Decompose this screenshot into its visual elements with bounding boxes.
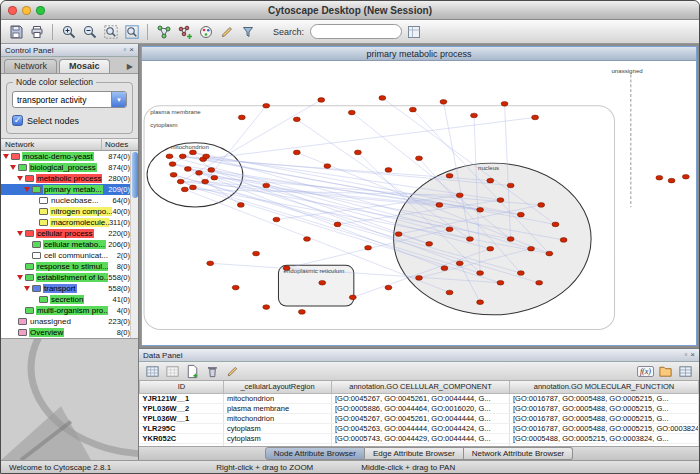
network-node[interactable]: [189, 150, 196, 155]
tree-row-nucleobase[interactable]: nucleobase...64(0): [1, 195, 138, 206]
network-node[interactable]: [546, 251, 553, 256]
network-node[interactable]: [365, 245, 372, 250]
minimize-window-button[interactable]: [22, 6, 31, 15]
print-icon[interactable]: [27, 22, 46, 41]
network-node[interactable]: [466, 237, 473, 242]
network-node[interactable]: [536, 280, 543, 285]
network-node[interactable]: [263, 103, 270, 108]
tree-row-biological-process[interactable]: biological_process874(0): [1, 162, 138, 173]
network-node[interactable]: [471, 113, 478, 118]
network-node[interactable]: [682, 174, 689, 179]
close-panel-icon[interactable]: ×: [690, 351, 695, 359]
tree-row-primary-metab[interactable]: primary metab...209(0): [1, 184, 138, 195]
filter-icon[interactable]: [238, 22, 257, 41]
network-node[interactable]: [446, 227, 453, 232]
zoom-window-button[interactable]: [36, 6, 45, 15]
network-node[interactable]: [446, 290, 453, 295]
network-node[interactable]: [385, 168, 392, 173]
column-header-network[interactable]: Network: [1, 139, 102, 150]
network-node[interactable]: [196, 171, 203, 176]
mosaic-overview-thumbnail[interactable]: [1, 338, 138, 460]
table-row[interactable]: YPL036W__2plasma membrane[GO:0005886, GO…: [140, 403, 699, 413]
network-view-title[interactable]: primary metabolic process: [142, 47, 696, 61]
network-node[interactable]: [385, 285, 392, 290]
network-node[interactable]: [528, 246, 535, 251]
network-node[interactable]: [456, 261, 463, 266]
network-node[interactable]: [668, 178, 675, 183]
network-node[interactable]: [560, 238, 567, 243]
network-node[interactable]: [497, 198, 504, 203]
tree-row-overview[interactable]: Overview8(0): [1, 327, 138, 338]
save-icon[interactable]: [6, 22, 25, 41]
network-node[interactable]: [477, 300, 484, 305]
network-node[interactable]: [177, 179, 184, 184]
network-node[interactable]: [232, 285, 239, 290]
network-node[interactable]: [237, 203, 244, 208]
tab-scroll-right-icon[interactable]: ▶: [127, 62, 136, 73]
network-node[interactable]: [304, 237, 311, 242]
network-node[interactable]: [517, 271, 524, 276]
network-node[interactable]: [395, 232, 402, 237]
network-node[interactable]: [416, 156, 423, 161]
tab-node-attribute-browser[interactable]: Node Attribute Browser: [265, 447, 365, 460]
attribute-matrix-icon[interactable]: [677, 363, 694, 379]
network-node[interactable]: [501, 101, 508, 106]
vizmapper-icon[interactable]: [196, 22, 215, 41]
network-node[interactable]: [211, 175, 218, 180]
network-node[interactable]: [293, 117, 300, 122]
network-node[interactable]: [263, 305, 270, 310]
network-node[interactable]: [436, 203, 443, 208]
table-column-header[interactable]: ID: [140, 381, 224, 393]
tree-scrollbar[interactable]: [130, 151, 138, 338]
tab-edge-attribute-browser[interactable]: Edge Attribute Browser: [365, 447, 464, 460]
edit-attribute-icon[interactable]: [224, 363, 241, 379]
tab-mosaic[interactable]: Mosaic: [59, 59, 110, 73]
tree-row-response-to-stimul[interactable]: response to stimul...8(0): [1, 261, 138, 272]
expander-icon[interactable]: [3, 154, 9, 159]
float-panel-icon[interactable]: ▫: [123, 46, 126, 54]
network-node[interactable]: [298, 310, 305, 315]
table-row[interactable]: YJR121W__1mitochondrion[GO:0045267, GO:0…: [140, 393, 699, 403]
delete-attribute-icon[interactable]: [204, 363, 221, 379]
network-node[interactable]: [166, 154, 173, 159]
network-node[interactable]: [409, 107, 416, 112]
network-node[interactable]: [319, 280, 326, 285]
network-node[interactable]: [181, 187, 188, 192]
network-node[interactable]: [208, 168, 215, 173]
network-node[interactable]: [656, 175, 663, 180]
tree-row-transport[interactable]: transport558(0): [1, 283, 138, 294]
network-node[interactable]: [273, 217, 280, 222]
tree-row-cellular-metabo[interactable]: cellular metabo...206(0): [1, 239, 138, 250]
tree-row-unassigned[interactable]: unassigned223(0): [1, 316, 138, 327]
network-node[interactable]: [189, 185, 196, 190]
network-node[interactable]: [507, 183, 514, 188]
network-node[interactable]: [497, 280, 504, 285]
network-node[interactable]: [477, 271, 484, 276]
tab-network-attribute-browser[interactable]: Network Attribute Browser: [464, 447, 573, 460]
tree-row-nitrogen-compo[interactable]: nitrogen compo...40(0): [1, 206, 138, 217]
import-attributes-icon[interactable]: [657, 363, 674, 379]
create-attribute-icon[interactable]: [184, 363, 201, 379]
select-nodes-checkbox[interactable]: ✓: [12, 115, 23, 126]
zoom-selected-icon[interactable]: [122, 22, 141, 41]
network-node[interactable]: [293, 150, 300, 155]
scrollbar-thumb[interactable]: [132, 152, 138, 198]
tree-row-macromolecule[interactable]: macromolecule...311(0): [1, 217, 138, 228]
network-node[interactable]: [253, 251, 260, 256]
network-node[interactable]: [487, 246, 494, 251]
tree-row-metabolic-process[interactable]: metabolic process280(0): [1, 173, 138, 184]
tree-row-secretion[interactable]: secretion41(0): [1, 294, 138, 305]
network-node[interactable]: [456, 193, 463, 198]
network-node[interactable]: [170, 172, 177, 177]
expander-icon[interactable]: [10, 165, 16, 170]
network-node[interactable]: [179, 154, 186, 159]
zoom-fit-icon[interactable]: [101, 22, 120, 41]
network-node[interactable]: [487, 178, 494, 183]
network-node[interactable]: [440, 100, 447, 105]
network-node[interactable]: [207, 261, 214, 266]
network-node[interactable]: [238, 115, 245, 120]
network-canvas-container[interactable]: plasma membranecytoplasmmitochondrionnuc…: [142, 61, 696, 345]
tree-row-mosaic-demo-yeast[interactable]: mosaic-demo-yeast874(0): [1, 151, 138, 162]
tab-network[interactable]: Network: [4, 59, 57, 73]
network-node[interactable]: [538, 203, 545, 208]
